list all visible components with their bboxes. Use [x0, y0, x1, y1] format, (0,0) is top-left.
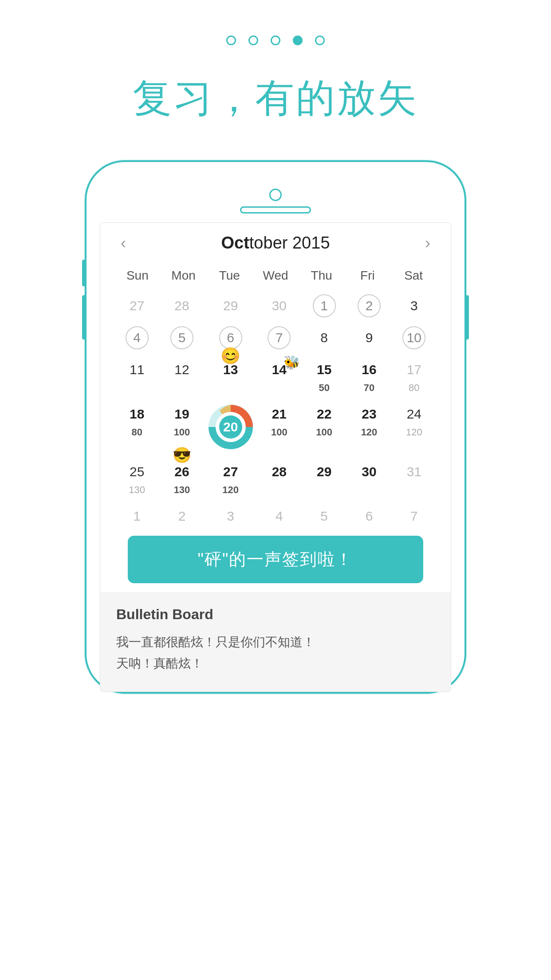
table-row[interactable]: 26 130	[159, 457, 204, 499]
table-row[interactable]: 29	[302, 457, 346, 499]
table-row[interactable]: 2	[159, 501, 204, 531]
table-row[interactable]: 24 120	[392, 399, 437, 455]
calendar-grid: 27 28 29 30 1 2 3 4 5 6 7 8 9 10 11	[114, 291, 437, 531]
day-fri: Fri	[345, 266, 391, 285]
table-row[interactable]: 3	[205, 501, 257, 531]
table-row[interactable]: 1	[114, 501, 159, 531]
bulletin-text: 我一直都很酷炫！只是你们不知道！ 天呐！真酷炫！	[116, 632, 435, 674]
phone-screen: ‹ Octtober 2015 › Sun Mon Tue Wed Thu Fr…	[100, 222, 451, 692]
table-row[interactable]: 23 120	[346, 399, 391, 455]
dot-1[interactable]	[226, 36, 236, 45]
table-row[interactable]: 6	[346, 501, 391, 531]
calendar-header: ‹ Octtober 2015 ›	[114, 233, 437, 253]
day-tue: Tue	[206, 266, 252, 285]
phone-top	[95, 189, 456, 213]
dot-2[interactable]	[248, 36, 258, 45]
table-row[interactable]: 22 100	[302, 399, 346, 455]
table-row[interactable]: 30	[346, 457, 391, 499]
speaker-icon	[240, 206, 311, 213]
bulletin-line-2: 天呐！真酷炫！	[116, 653, 435, 674]
table-row[interactable]: 15 50	[302, 355, 346, 397]
table-row[interactable]: 31	[392, 457, 437, 499]
table-row[interactable]: 21 100	[257, 399, 302, 455]
volume-down-button	[82, 295, 86, 340]
day-wed: Wed	[252, 266, 299, 285]
camera-icon	[269, 189, 282, 201]
day-thu: Thu	[299, 266, 345, 285]
table-row[interactable]: 2	[346, 291, 391, 321]
table-row[interactable]: 1	[302, 291, 346, 321]
table-row[interactable]: 19 100 😎	[159, 399, 204, 455]
calendar-day-names: Sun Mon Tue Wed Thu Fri Sat	[114, 266, 437, 285]
emoji-bee: 🐝	[283, 355, 300, 370]
table-row[interactable]: 3	[392, 291, 437, 321]
phone-side-buttons-left	[82, 260, 86, 340]
table-row[interactable]: 13 😊	[205, 355, 257, 397]
table-row[interactable]: 16 70	[346, 355, 391, 397]
table-row[interactable]: 8	[302, 323, 346, 353]
day-sat: Sat	[390, 266, 437, 285]
month-rest: tober 2015	[249, 233, 330, 252]
checkin-button[interactable]: "砰"的一声签到啦！	[128, 536, 423, 583]
emoji-happy: 😊	[220, 347, 240, 365]
table-row[interactable]: 29	[205, 291, 257, 321]
page-indicators	[0, 0, 551, 72]
table-row[interactable]: 27	[114, 291, 159, 321]
table-row[interactable]: 18 80	[114, 399, 159, 455]
phone-wrapper: ‹ Octtober 2015 › Sun Mon Tue Wed Thu Fr…	[0, 160, 551, 694]
phone-mockup: ‹ Octtober 2015 › Sun Mon Tue Wed Thu Fr…	[85, 160, 466, 694]
table-row[interactable]: 14 🐝	[257, 355, 302, 397]
bulletin-line-1: 我一直都很酷炫！只是你们不知道！	[116, 632, 435, 653]
volume-up-button	[82, 260, 86, 286]
table-row[interactable]: 30	[257, 291, 302, 321]
dot-3[interactable]	[271, 36, 280, 45]
table-row[interactable]: 4	[257, 501, 302, 531]
dot-5[interactable]	[315, 36, 325, 45]
table-row[interactable]: 25 130	[114, 457, 159, 499]
table-row[interactable]: 9	[346, 323, 391, 353]
day-sun: Sun	[114, 266, 161, 285]
table-row[interactable]: 7	[257, 323, 302, 353]
table-row[interactable]: 12	[159, 355, 204, 397]
table-row[interactable]: 27 120	[205, 457, 257, 499]
bulletin-title: Bulletin Board	[116, 606, 435, 623]
power-button	[465, 295, 469, 340]
calendar: ‹ Octtober 2015 › Sun Mon Tue Wed Thu Fr…	[100, 223, 451, 592]
table-row[interactable]: 7	[392, 501, 437, 531]
table-row[interactable]: 5	[159, 323, 204, 353]
cal-cell-20[interactable]: 20	[205, 399, 257, 455]
phone-side-buttons-right	[465, 295, 469, 340]
month-bold: Oct	[221, 233, 249, 252]
table-row[interactable]: 10	[392, 323, 437, 353]
table-row[interactable]: 17 80	[392, 355, 437, 397]
dot-4[interactable]	[293, 36, 303, 45]
next-month-button[interactable]: ›	[419, 234, 437, 253]
table-row[interactable]: 5	[302, 501, 346, 531]
prev-month-button[interactable]: ‹	[114, 234, 132, 253]
calendar-title: Octtober 2015	[221, 233, 330, 253]
page-title: 复习，有的放矢	[0, 72, 551, 125]
table-row[interactable]: 28	[257, 457, 302, 499]
day-mon: Mon	[161, 266, 207, 285]
table-row[interactable]: 28	[159, 291, 204, 321]
table-row[interactable]: 4	[114, 323, 159, 353]
table-row[interactable]: 11	[114, 355, 159, 397]
bulletin-board: Bulletin Board 我一直都很酷炫！只是你们不知道！ 天呐！真酷炫！	[100, 592, 451, 692]
